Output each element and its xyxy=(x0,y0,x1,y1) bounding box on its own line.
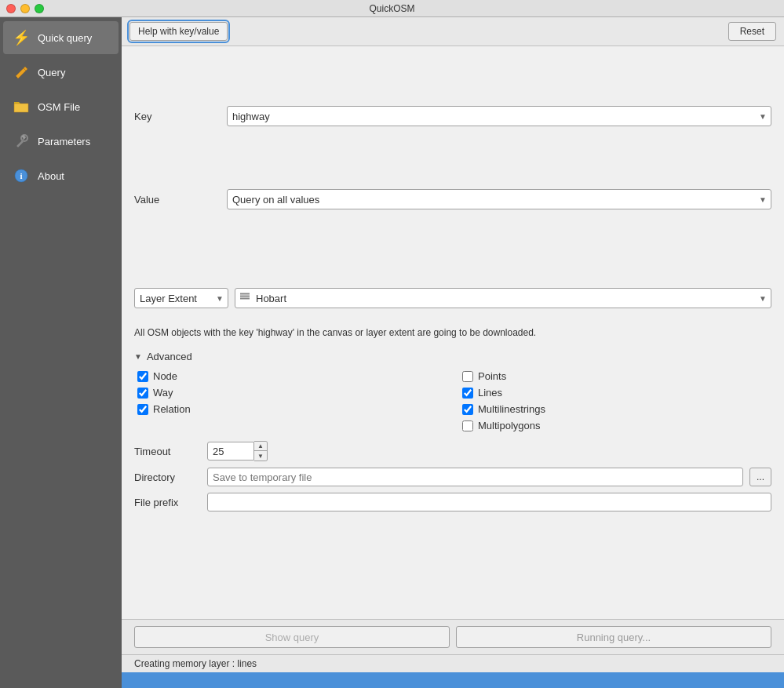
way-checkbox[interactable] xyxy=(137,388,148,399)
value-spacer xyxy=(134,142,771,189)
info-icon: i xyxy=(13,167,30,184)
multipolygons-checkbox-item: Multipolygons xyxy=(462,420,771,431)
wrench-icon xyxy=(13,133,30,150)
timeout-row: Timeout ▲ ▼ xyxy=(134,441,771,461)
reset-button[interactable]: Reset xyxy=(728,22,776,41)
sidebar-label-osm-file: OSM File xyxy=(38,101,80,113)
sidebar-label-quick-query: Quick query xyxy=(38,32,92,44)
main-content: Help with key/value Reset Key highway ▼ xyxy=(122,17,784,688)
window-title: QuickOSM xyxy=(369,3,414,14)
points-label: Points xyxy=(478,370,506,382)
way-checkbox-item: Way xyxy=(137,387,447,399)
show-query-button[interactable]: Show query xyxy=(134,626,450,648)
sidebar-item-query[interactable]: Query xyxy=(3,56,119,89)
lines-checkbox[interactable] xyxy=(462,388,473,399)
sidebar: ⚡ Quick query Query OSM File xyxy=(0,17,122,688)
file-prefix-row: File prefix xyxy=(134,493,771,511)
key-select[interactable]: highway xyxy=(227,106,771,126)
advanced-section: ▼ Advanced Node Points Way xyxy=(134,351,771,511)
timeout-decrement[interactable]: ▼ xyxy=(254,451,267,460)
status-bar: Creating memory layer : lines xyxy=(122,654,784,672)
sidebar-label-about: About xyxy=(38,170,64,182)
directory-row: Directory ... xyxy=(134,468,771,486)
sidebar-item-about[interactable]: i About xyxy=(3,159,119,192)
browse-button[interactable]: ... xyxy=(749,468,771,486)
top-bar: Help with key/value Reset xyxy=(122,17,784,46)
form-area: Key highway ▼ Value Query on all values xyxy=(122,46,784,619)
pencil-icon xyxy=(13,64,30,81)
directory-label: Directory xyxy=(134,471,201,483)
value-row: Value Query on all values ▼ xyxy=(134,189,771,209)
multipolygons-checkbox[interactable] xyxy=(462,420,473,431)
running-query-button[interactable]: Running query... xyxy=(456,626,771,648)
multilinestrings-label: Multilinestrings xyxy=(478,403,545,415)
timeout-wrapper: ▲ ▼ xyxy=(207,441,268,461)
status-bar-text: Creating memory layer : lines xyxy=(134,658,257,669)
action-buttons: Show query Running query... xyxy=(122,619,784,654)
location-type-wrapper: Layer Extent Canvas Extent Around In ▼ xyxy=(134,288,228,308)
multilinestrings-checkbox-item: Multilinestrings xyxy=(462,403,771,415)
node-checkbox-item: Node xyxy=(137,370,447,382)
lines-checkbox-item: Lines xyxy=(462,387,771,399)
timeout-label: Timeout xyxy=(134,446,201,457)
lightning-icon: ⚡ xyxy=(13,29,30,46)
maximize-button[interactable] xyxy=(35,4,44,13)
relation-label: Relation xyxy=(153,403,191,415)
progress-bar xyxy=(122,672,784,688)
node-checkbox[interactable] xyxy=(137,371,148,382)
file-prefix-label: File prefix xyxy=(134,497,201,508)
location-value-select[interactable]: Hobart xyxy=(235,288,771,308)
way-label: Way xyxy=(153,387,173,399)
empty-left xyxy=(137,420,447,431)
sidebar-item-quick-query[interactable]: ⚡ Quick query xyxy=(3,21,119,54)
value-select-wrapper: Query on all values ▼ xyxy=(227,189,771,209)
location-row: Layer Extent Canvas Extent Around In ▼ xyxy=(134,288,771,308)
multipolygons-label: Multipolygons xyxy=(478,420,541,431)
advanced-arrow-icon: ▼ xyxy=(134,352,142,361)
window-controls xyxy=(6,4,44,13)
status-text: All OSM objects with the key 'highway' i… xyxy=(134,321,771,344)
key-select-wrapper: highway ▼ xyxy=(227,106,771,126)
key-spacer xyxy=(134,59,771,106)
directory-input[interactable] xyxy=(207,468,743,486)
advanced-label: Advanced xyxy=(147,351,192,362)
sidebar-item-osm-file[interactable]: OSM File xyxy=(3,90,119,123)
location-value-wrapper: Hobart ▼ xyxy=(235,288,771,308)
relation-checkbox-item: Relation xyxy=(137,403,447,415)
key-label: Key xyxy=(134,111,221,122)
svg-text:i: i xyxy=(20,171,22,180)
minimize-button[interactable] xyxy=(20,4,30,13)
titlebar: QuickOSM xyxy=(0,0,784,17)
lines-label: Lines xyxy=(478,387,502,399)
value-label: Value xyxy=(134,194,221,206)
points-checkbox-item: Points xyxy=(462,370,771,382)
value-select[interactable]: Query on all values xyxy=(227,189,771,209)
points-checkbox[interactable] xyxy=(462,371,473,382)
sidebar-label-query: Query xyxy=(38,67,65,78)
app-body: ⚡ Quick query Query OSM File xyxy=(0,17,784,688)
timeout-input[interactable] xyxy=(207,442,254,460)
location-type-select[interactable]: Layer Extent Canvas Extent Around In xyxy=(134,288,228,308)
file-prefix-input[interactable] xyxy=(207,493,771,511)
advanced-header[interactable]: ▼ Advanced xyxy=(134,351,771,362)
location-spacer xyxy=(134,225,771,288)
key-row: Key highway ▼ xyxy=(134,106,771,126)
checkboxes-grid: Node Points Way Lines xyxy=(134,370,771,431)
timeout-spinner: ▲ ▼ xyxy=(254,441,268,461)
help-button[interactable]: Help with key/value xyxy=(129,22,228,41)
close-button[interactable] xyxy=(6,4,16,13)
timeout-increment[interactable]: ▲ xyxy=(254,442,267,451)
sidebar-item-parameters[interactable]: Parameters xyxy=(3,125,119,158)
multilinestrings-checkbox[interactable] xyxy=(462,404,473,415)
folder-icon xyxy=(13,98,30,115)
sidebar-label-parameters: Parameters xyxy=(38,136,90,147)
node-label: Node xyxy=(153,370,177,382)
relation-checkbox[interactable] xyxy=(137,404,148,415)
